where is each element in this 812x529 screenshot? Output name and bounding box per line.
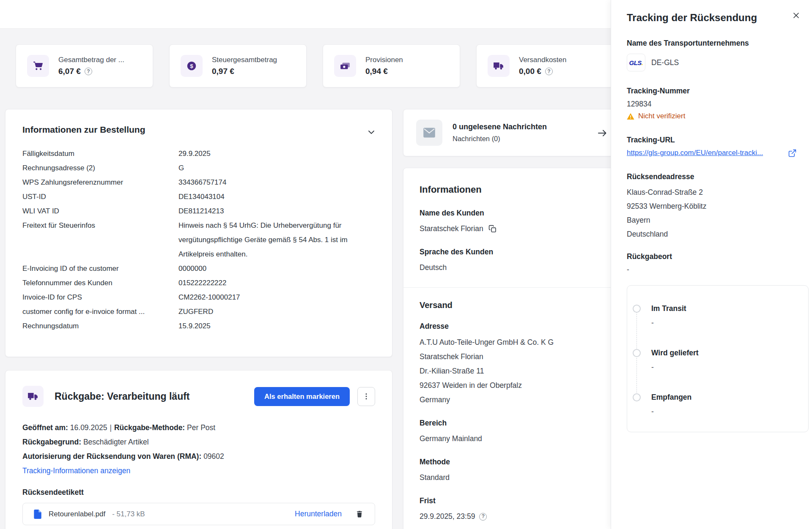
address-line: Staratschek Florian xyxy=(420,349,615,364)
stat-card-value: 0,94 € xyxy=(365,67,388,76)
return-label-file-row: Retourenlabel.pdf - 51,73 kB Herunterlad… xyxy=(22,503,375,525)
messages-title: 0 ungelesene Nachrichten xyxy=(453,123,547,131)
truck-icon xyxy=(22,386,44,407)
table-row: WPS Zahlungsreferenznummer334366757174 xyxy=(22,175,375,190)
info-panel-title: Informationen xyxy=(420,184,615,195)
tracking-timeline: Im Transit - Wird geliefert - Empfangen … xyxy=(627,285,809,432)
timeline-step-received: Empfangen - xyxy=(627,393,808,416)
step-circle-icon xyxy=(633,305,641,313)
return-opened-line: Geöffnet am: 16.09.2025|Rückgabe-Methode… xyxy=(22,420,375,435)
stat-card-tax-total: $ Steuergesamtbetrag 0,97 € xyxy=(169,44,307,87)
stat-card-label: Provisionen xyxy=(365,56,403,64)
return-location-value: - xyxy=(627,265,796,274)
carrier-name: DE-GLS xyxy=(651,58,679,67)
kebab-menu-button[interactable] xyxy=(357,387,375,406)
stat-card-order-total: Gesamtbetrag der ... 6,07 € ? xyxy=(16,44,153,87)
table-row: Rechnungsdatum15.9.2025 xyxy=(22,319,375,333)
stat-card-value: 0,97 € xyxy=(212,67,234,76)
arrow-right-icon xyxy=(597,128,607,138)
status-badge: Nicht verifiziert xyxy=(638,112,685,120)
stats-row: Gesamtbetrag der ... 6,07 € ? $ Steuerge… xyxy=(16,44,614,87)
cart-icon xyxy=(27,55,49,77)
table-row: WLI VAT IDDE811214213 xyxy=(22,204,375,218)
deadline-value: 29.9.2025, 23:59 xyxy=(420,510,475,524)
download-link[interactable]: Herunterladen xyxy=(295,510,342,518)
truck-icon xyxy=(488,55,510,77)
verification-status: Nicht verifiziert xyxy=(627,112,796,120)
table-row: Fälligkeitsdatum29.9.2025 xyxy=(22,147,375,161)
step-circle-icon xyxy=(633,393,641,401)
help-icon[interactable]: ? xyxy=(545,68,553,75)
customer-name-field: Name des Kunden Staratschek Florian xyxy=(420,209,615,236)
table-row: Invoice-ID for CPSCM2262-10000217 xyxy=(22,290,375,305)
divider xyxy=(403,287,631,288)
shipping-method: Standard xyxy=(420,471,450,485)
info-panel: Informationen Name des Kunden Staratsche… xyxy=(403,168,631,529)
deadline-field: Frist 29.9.2025, 23:59 ? xyxy=(420,496,615,524)
table-row: UST-IDDE134043104 xyxy=(22,190,375,204)
address-line: Deutschland xyxy=(627,227,796,241)
stat-card-value: 0,00 € xyxy=(519,67,541,76)
messages-card[interactable]: 0 ungelesene Nachrichten Nachrichten (0) xyxy=(403,109,631,156)
customer-name: Staratschek Florian xyxy=(420,222,483,236)
carrier-row: GLS. DE-GLS xyxy=(627,54,796,71)
step-circle-icon xyxy=(633,349,641,357)
envelope-icon xyxy=(416,120,442,146)
timeline-step-in-transit: Im Transit - xyxy=(627,304,808,327)
address-line: 92637 Weiden in der Oberpfalz xyxy=(420,378,615,393)
gls-logo: GLS. xyxy=(627,54,645,71)
table-row: Freitext für SteuerinfosHinweis nach § 5… xyxy=(22,218,375,262)
file-name: Retourenlabel.pdf xyxy=(49,510,105,518)
tracking-number-label: Tracking-Nummer xyxy=(627,87,796,95)
help-icon[interactable]: ? xyxy=(479,513,487,521)
trash-icon[interactable] xyxy=(355,510,364,518)
address-line: Dr.-Kilian-Straße 11 xyxy=(420,364,615,378)
return-title: Rückgabe: Verarbeitung läuft xyxy=(55,391,190,402)
svg-text:$: $ xyxy=(190,63,193,69)
copy-icon[interactable] xyxy=(488,225,497,233)
shipping-area-field: Bereich Germany Mainland xyxy=(420,419,615,446)
stat-card-value: 6,07 € xyxy=(58,67,81,76)
page-title: Informationen zur Bestellung xyxy=(22,125,375,135)
table-row: Telefonnummer des Kunden015222222222 xyxy=(22,276,375,290)
shipping-method-field: Methode Standard xyxy=(420,458,615,485)
table-row: Rechnungsadresse (2)G xyxy=(22,161,375,175)
warning-triangle-icon xyxy=(627,113,634,120)
return-address-label: Rücksendeadresse xyxy=(627,172,796,181)
tracking-number: 129834 xyxy=(627,100,796,109)
order-info-rows: Fälligkeitsdatum29.9.2025 Rechnungsadres… xyxy=(22,147,375,333)
tracking-url-link[interactable]: https://gls-group.com/EU/en/parcel-track… xyxy=(627,149,763,157)
stat-card-label: Steuergesamtbetrag xyxy=(212,56,277,64)
tracking-info-link[interactable]: Tracking-Informationen anzeigen xyxy=(22,466,130,475)
order-info-panel: Informationen zur Bestellung Fälligkeits… xyxy=(5,109,392,357)
table-row: customer config for e-invoice format ...… xyxy=(22,305,375,319)
help-icon[interactable]: ? xyxy=(85,68,92,75)
shipping-address-field: Adresse A.T.U Auto-Teile-Unger GmbH & Co… xyxy=(420,322,615,407)
table-row: E-Invoicing ID of the customer0000000 xyxy=(22,262,375,276)
timeline-step-out-for-delivery: Wird geliefert - xyxy=(627,349,808,372)
carrier-label: Name des Transportunternehmens xyxy=(627,39,796,48)
address-line: Klaus-Conrad-Straße 2 xyxy=(627,185,796,199)
return-location-label: Rückgabeort xyxy=(627,252,796,261)
shipping-section-title: Versand xyxy=(420,300,615,310)
address-line: Bayern xyxy=(627,213,796,227)
chevron-down-icon[interactable] xyxy=(367,128,376,137)
file-size: - 51,73 kB xyxy=(112,510,145,518)
return-card: Rückgabe: Verarbeitung läuft Als erhalte… xyxy=(5,370,392,529)
address-line: 92533 Wernberg-Köblitz xyxy=(627,199,796,213)
tracking-url-row: https://gls-group.com/EU/en/parcel-track… xyxy=(627,149,796,157)
drawer-title: Tracking der Rücksendung xyxy=(627,12,796,24)
stat-card-label: Versandkosten xyxy=(519,56,566,64)
mark-received-button[interactable]: Als erhalten markieren xyxy=(254,387,350,406)
tracking-url-label: Tracking-URL xyxy=(627,136,796,145)
banknotes-icon xyxy=(334,55,356,77)
tracking-drawer: Tracking der Rücksendung Name des Transp… xyxy=(611,0,812,529)
close-icon[interactable] xyxy=(791,11,801,21)
shipping-area: Germany Mainland xyxy=(420,432,482,446)
messages-subtitle: Nachrichten (0) xyxy=(453,135,547,143)
external-link-icon[interactable] xyxy=(788,149,796,157)
stat-card-shipping-cost: Versandkosten 0,00 € ? xyxy=(476,44,614,87)
customer-language: Deutsch xyxy=(420,261,447,275)
address-line: Germany xyxy=(420,393,615,407)
return-reason-line: Rückgabegrund: Beschädigter Artikel xyxy=(22,435,375,449)
